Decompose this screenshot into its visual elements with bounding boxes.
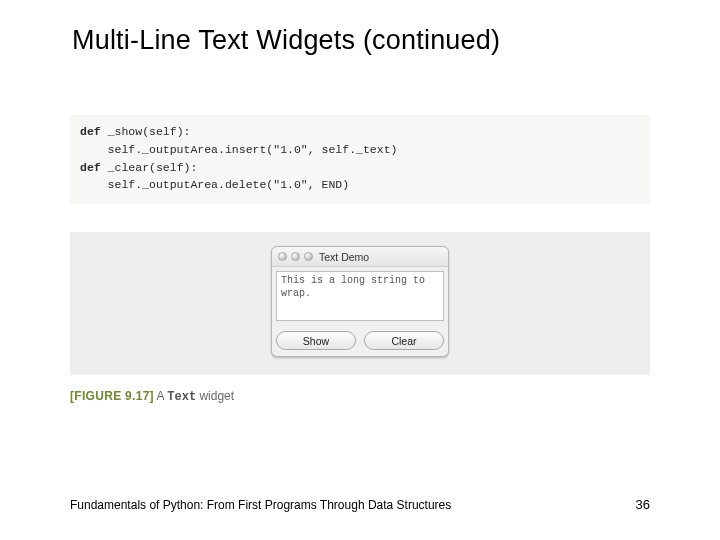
figure-number: [FIGURE 9.17] <box>70 389 154 403</box>
code-text: self._outputArea.delete("1.0", END) <box>80 176 640 194</box>
caption-text: A <box>154 389 167 403</box>
page-number: 36 <box>636 497 650 512</box>
slide-footer: Fundamentals of Python: From First Progr… <box>70 497 650 512</box>
code-text: _clear(self): <box>101 161 198 174</box>
keyword-def: def <box>80 125 101 138</box>
caption-code: Text <box>167 390 196 404</box>
zoom-icon <box>304 252 313 261</box>
demo-window: Text Demo This is a long string to wrap.… <box>271 246 449 357</box>
slide-title: Multi-Line Text Widgets (continued) <box>0 0 720 56</box>
close-icon <box>278 252 287 261</box>
button-row: Show Clear <box>272 325 448 356</box>
window-titlebar: Text Demo <box>272 247 448 267</box>
code-block: def _show(self): self._outputArea.insert… <box>70 115 650 204</box>
keyword-def: def <box>80 161 101 174</box>
code-text: self._outputArea.insert("1.0", self._tex… <box>80 141 640 159</box>
code-text: _show(self): <box>101 125 191 138</box>
show-button[interactable]: Show <box>276 331 356 350</box>
window-body: This is a long string to wrap. <box>272 267 448 325</box>
caption-text: widget <box>196 389 234 403</box>
clear-button[interactable]: Clear <box>364 331 444 350</box>
window-title: Text Demo <box>319 251 369 263</box>
book-title: Fundamentals of Python: From First Progr… <box>70 498 451 512</box>
figure-image-area: Text Demo This is a long string to wrap.… <box>70 232 650 375</box>
figure-caption: [FIGURE 9.17] A Text widget <box>70 389 650 404</box>
output-textarea[interactable]: This is a long string to wrap. <box>276 271 444 321</box>
minimize-icon <box>291 252 300 261</box>
slide-content: def _show(self): self._outputArea.insert… <box>70 115 650 404</box>
